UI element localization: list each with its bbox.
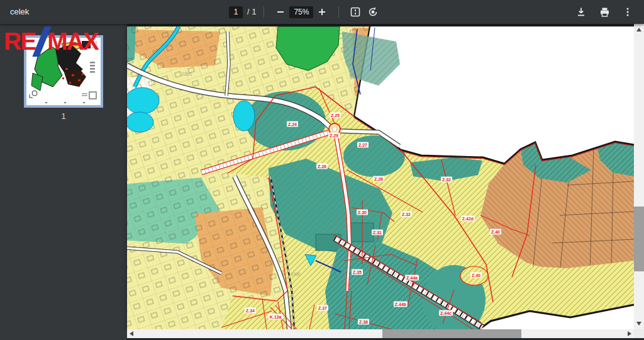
toolbar-center-controls: 1 / 1 75% bbox=[229, 0, 382, 24]
map-page: Z.24Z.25Z.29Z.27Z.26Z.28Z.32Z.30Z.32Z.31… bbox=[127, 26, 634, 329]
horizontal-scrollbar[interactable] bbox=[127, 329, 634, 338]
zone-label: Z.35 bbox=[352, 269, 363, 275]
parcel-number: 226/1 bbox=[182, 72, 192, 76]
pdf-toolbar: celek 1 / 1 75% bbox=[0, 0, 644, 24]
zone-label: Z.44c bbox=[439, 310, 453, 316]
zoom-in-icon bbox=[317, 7, 327, 17]
more-options-button[interactable] bbox=[620, 4, 635, 20]
zone-label-layer: Z.24Z.25Z.29Z.27Z.26Z.28Z.32Z.30Z.32Z.31… bbox=[127, 26, 634, 329]
download-icon bbox=[576, 7, 586, 17]
remax-logo-re: RE bbox=[4, 28, 35, 55]
rotate-icon bbox=[367, 6, 379, 18]
zone-label: Z.42d bbox=[461, 216, 475, 222]
horizontal-scroll-thumb[interactable] bbox=[382, 329, 521, 338]
zone-label: Z.40 bbox=[490, 229, 501, 235]
zone-label: Z.24 bbox=[287, 122, 298, 127]
zone-label: Z.28 bbox=[373, 176, 384, 182]
scroll-up-arrow[interactable] bbox=[634, 25, 644, 34]
print-icon bbox=[599, 7, 610, 18]
zone-label: Z.32 bbox=[401, 212, 412, 217]
zone-label: Z.38 bbox=[358, 319, 369, 325]
fit-to-page-button[interactable] bbox=[348, 4, 363, 20]
page-count-label: / 1 bbox=[247, 8, 256, 16]
parcel-number: 1000 bbox=[291, 272, 300, 276]
zone-label: Z.34 bbox=[245, 308, 256, 314]
zone-label: K.13a bbox=[269, 314, 283, 320]
more-options-icon bbox=[623, 7, 633, 17]
scroll-left-arrow[interactable] bbox=[127, 329, 136, 338]
zoom-out-icon bbox=[275, 7, 286, 17]
zoom-level-display[interactable]: 75% bbox=[289, 6, 313, 18]
print-button[interactable] bbox=[597, 4, 612, 20]
scroll-right-arrow[interactable] bbox=[625, 329, 634, 338]
vertical-scrollbar[interactable] bbox=[634, 24, 644, 329]
remax-logo[interactable]: RE MAX bbox=[4, 26, 98, 57]
pdf-viewer: celek 1 / 1 75% bbox=[0, 0, 644, 340]
rotate-button[interactable] bbox=[365, 4, 380, 20]
zoom-in-button[interactable] bbox=[314, 4, 330, 20]
vertical-scroll-thumb[interactable] bbox=[634, 207, 644, 271]
zone-label: Z.40 bbox=[470, 273, 482, 278]
zone-label: Z.25 bbox=[330, 113, 341, 118]
zoom-out-button[interactable] bbox=[273, 4, 288, 20]
zone-label: Z.44b bbox=[394, 302, 408, 307]
thumbnail-page-number: 1 bbox=[0, 111, 127, 121]
zone-label: Z.31 bbox=[372, 230, 383, 235]
remax-logo-max: MAX bbox=[47, 28, 98, 55]
thumbnail-panel: 1 bbox=[0, 24, 127, 340]
document-area: Z.24Z.25Z.29Z.27Z.26Z.28Z.32Z.30Z.32Z.31… bbox=[127, 24, 644, 340]
toolbar-right-controls bbox=[572, 0, 636, 24]
zone-label: Z.27 bbox=[357, 142, 369, 148]
document-title: celek bbox=[10, 0, 29, 24]
zone-label: Z.29 bbox=[328, 133, 340, 139]
toolbar-divider bbox=[264, 6, 264, 18]
zone-label: Z.26 bbox=[316, 164, 328, 169]
zone-label: Z.32 bbox=[441, 177, 452, 183]
zone-label: Z.30 bbox=[357, 210, 368, 215]
zone-label: Z.44a bbox=[405, 275, 419, 281]
page-number-input[interactable]: 1 bbox=[229, 6, 243, 18]
zone-label: Z.37 bbox=[317, 305, 328, 311]
download-button[interactable] bbox=[574, 4, 589, 20]
toolbar-divider bbox=[338, 6, 339, 18]
fit-to-page-icon bbox=[350, 6, 361, 18]
scrollbar-corner bbox=[634, 329, 644, 338]
scroll-down-arrow[interactable] bbox=[634, 319, 644, 328]
